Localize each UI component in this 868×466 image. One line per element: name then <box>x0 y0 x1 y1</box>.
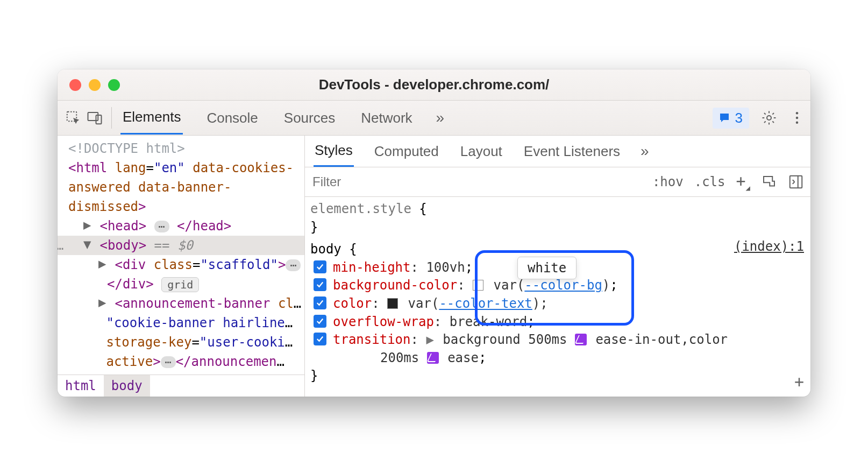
element-style-selector[interactable]: element.style <box>310 201 411 216</box>
var-color-bg-link[interactable]: --color-bg <box>524 278 602 293</box>
minimize-window-button[interactable] <box>89 79 101 91</box>
color-swatch-icon[interactable] <box>473 280 483 291</box>
more-tabs-icon[interactable]: » <box>436 109 445 126</box>
more-subtabs-icon[interactable]: » <box>641 143 649 160</box>
inspect-element-icon[interactable] <box>65 110 81 126</box>
ellipsis-icon[interactable]: ⋯ <box>154 221 169 232</box>
maximize-window-button[interactable] <box>108 79 120 91</box>
styles-filter-input[interactable] <box>305 169 652 195</box>
var-color-text-link[interactable]: --color-text <box>439 296 532 311</box>
dom-head[interactable]: ▶ <head> ⋯ </head> <box>58 216 304 236</box>
computed-sidebar-icon[interactable] <box>788 174 804 190</box>
checkbox-icon[interactable] <box>314 315 326 328</box>
cubic-bezier-icon[interactable] <box>427 352 439 364</box>
grid-badge[interactable]: grid <box>161 277 199 292</box>
subtab-styles[interactable]: Styles <box>314 136 354 167</box>
prop-transition[interactable]: transition: ▶ background 500ms ease-in-o… <box>310 331 805 349</box>
cubic-bezier-icon[interactable] <box>575 334 587 345</box>
body-rule-close: } <box>310 367 805 385</box>
dom-announcement-banner[interactable]: ▶ <announcement-banner cl… "cookie-banne… <box>58 294 304 371</box>
dom-html-open[interactable]: <html lang="en" data-cookies-answered da… <box>58 158 304 216</box>
checkbox-icon[interactable] <box>314 333 326 345</box>
issues-chip[interactable]: 3 <box>713 108 749 129</box>
dom-doctype: <!DOCTYPE html> <box>68 141 185 156</box>
prop-transition-line2[interactable]: 200ms ease; <box>310 349 805 368</box>
subtab-computed[interactable]: Computed <box>373 137 440 166</box>
tab-console[interactable]: Console <box>204 102 260 134</box>
svg-point-3 <box>767 116 771 120</box>
svg-point-4 <box>796 112 799 115</box>
add-declaration-icon[interactable]: + <box>794 371 804 393</box>
subtab-event-listeners[interactable]: Event Listeners <box>523 137 621 166</box>
tab-network[interactable]: Network <box>359 102 414 134</box>
breadcrumb-body[interactable]: body <box>104 375 150 397</box>
issues-count: 3 <box>735 110 743 126</box>
new-rule-icon[interactable]: +◢ <box>736 172 751 192</box>
svg-rect-7 <box>790 176 802 188</box>
prop-background-color[interactable]: background-color: var(--color-bg); <box>310 277 805 295</box>
issues-icon <box>718 111 731 124</box>
color-tooltip: white <box>517 257 577 279</box>
toolbar-separator <box>111 107 112 129</box>
hov-button[interactable]: :hov <box>652 174 684 189</box>
color-swatch-icon[interactable] <box>387 298 398 309</box>
checkbox-icon[interactable] <box>314 278 326 291</box>
window-title: DevTools - developer.chrome.com/ <box>319 76 550 93</box>
body-selector[interactable]: body <box>310 242 341 257</box>
svg-point-6 <box>796 122 799 124</box>
settings-icon[interactable] <box>761 110 777 126</box>
checkbox-icon[interactable] <box>314 260 326 273</box>
rule-source-link[interactable]: (index):1 <box>734 238 804 256</box>
dom-div-scaffold[interactable]: ▶ <div class="scaffold">⋯ </div> grid <box>58 255 304 294</box>
breadcrumb-html[interactable]: html <box>58 375 104 397</box>
prop-overflow-wrap[interactable]: overflow-wrap: break-word; <box>310 313 805 331</box>
subtab-layout[interactable]: Layout <box>459 137 503 166</box>
svg-point-5 <box>796 117 799 119</box>
breadcrumb: html body <box>58 375 304 397</box>
close-window-button[interactable] <box>69 79 81 91</box>
element-style-close: } <box>310 218 805 237</box>
svg-rect-2 <box>96 115 102 124</box>
dom-body-selected[interactable]: ⋯ ▼ <body> == $0 <box>58 236 304 255</box>
device-toolbar-icon[interactable] <box>87 110 103 126</box>
tab-sources[interactable]: Sources <box>282 102 337 134</box>
prop-color[interactable]: color: var(--color-text); <box>310 295 805 313</box>
kebab-menu-icon[interactable] <box>789 110 805 126</box>
checkbox-icon[interactable] <box>314 296 326 309</box>
tab-elements[interactable]: Elements <box>120 101 183 135</box>
cls-button[interactable]: .cls <box>694 174 725 189</box>
paint-icon[interactable] <box>761 174 777 190</box>
expand-shorthand-icon[interactable]: ▶ <box>426 332 433 347</box>
